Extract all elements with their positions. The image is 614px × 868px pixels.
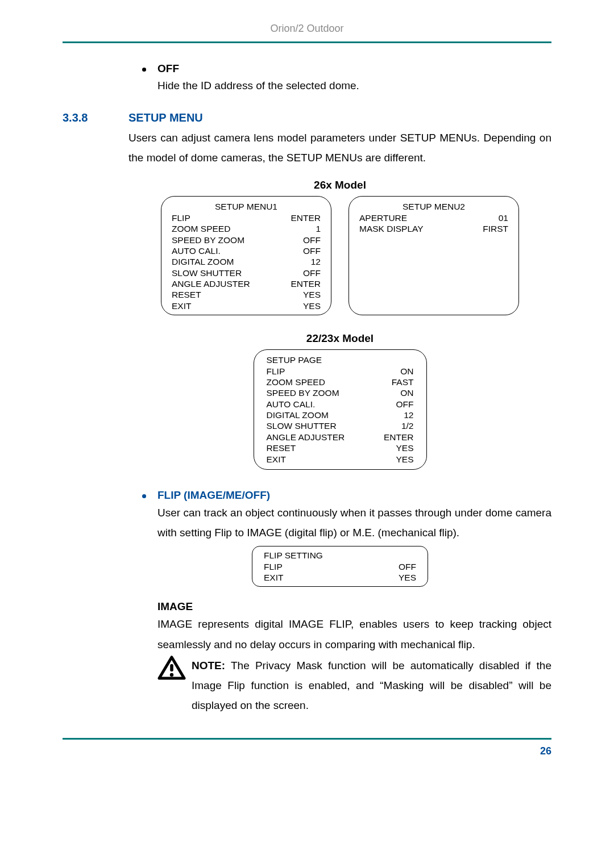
note-rest: The Privacy Mask function will be automa…: [192, 660, 551, 711]
note-text: NOTE: The Privacy Mask function will be …: [192, 656, 551, 715]
flip-setting-box: FLIP SETTING FLIPOFF EXITYES: [252, 546, 428, 587]
section-number: 3.3.8: [63, 111, 128, 124]
menu-line: MASK DISPLAYFIRST: [359, 223, 508, 234]
menu-line: AUTO CALI.OFF: [267, 399, 414, 410]
setup-menu2-box: SETUP MENU2 APERTURE01 MASK DISPLAYFIRST: [349, 196, 519, 315]
doc-header: Orion/2 Outdoor: [63, 23, 551, 35]
menu-line: DIGITAL ZOOM12: [172, 256, 321, 267]
section-title: SETUP MENU: [128, 111, 203, 124]
flip-setting-title: FLIP SETTING: [264, 550, 416, 561]
menu-line: AUTO CALI.OFF: [172, 245, 321, 256]
menu-line: APERTURE01: [359, 212, 508, 223]
setup-page-box: SETUP PAGE FLIPON ZOOM SPEEDFAST SPEED B…: [254, 349, 427, 470]
menu-line: EXITYES: [172, 301, 321, 311]
menu-line: SLOW SHUTTEROFF: [172, 268, 321, 278]
warning-icon: [157, 656, 186, 715]
bullet-icon: [142, 494, 146, 498]
model22-title: 22/23x Model: [128, 332, 551, 345]
menu-line: FLIPOFF: [264, 561, 416, 572]
image-subhead: IMAGE: [157, 600, 551, 613]
flip-label: FLIP (IMAGE/ME/OFF): [157, 489, 270, 502]
menu-line: FLIPENTER: [172, 212, 321, 223]
bullet-icon: [142, 68, 146, 72]
menu-line: FLIPON: [267, 366, 414, 377]
footer-divider: [63, 738, 551, 740]
menu-line: EXITYES: [267, 454, 414, 465]
menu-line: ANGLE ADJUSTERENTER: [172, 278, 321, 289]
menu-line: SPEED BY ZOOMOFF: [172, 235, 321, 245]
svg-rect-0: [170, 664, 173, 671]
flip-bullet-row: FLIP (IMAGE/ME/OFF): [142, 489, 551, 502]
section-body: Users can adjust camera lens model param…: [128, 128, 551, 168]
model26-title: 26x Model: [128, 179, 551, 191]
model26-menu-row: SETUP MENU1 FLIPENTER ZOOM SPEED1 SPEED …: [128, 196, 551, 315]
setup-menu1-title: SETUP MENU1: [172, 201, 321, 212]
svg-point-1: [170, 673, 173, 676]
section-header-row: 3.3.8 SETUP MENU: [63, 111, 551, 124]
menu-line: ANGLE ADJUSTERENTER: [267, 432, 414, 443]
menu-line: ZOOM SPEED1: [172, 223, 321, 234]
menu-line: ZOOM SPEEDFAST: [267, 377, 414, 387]
note-bold: NOTE:: [192, 660, 225, 671]
menu-line: RESETYES: [172, 289, 321, 300]
off-label: OFF: [157, 62, 179, 75]
off-bullet-row: OFF: [142, 62, 551, 75]
setup-menu2-title: SETUP MENU2: [359, 201, 508, 212]
menu-line: SPEED BY ZOOMON: [267, 387, 414, 398]
menu-line: EXITYES: [264, 572, 416, 583]
off-text: Hide the ID address of the selected dome…: [157, 76, 551, 95]
header-divider: [63, 41, 551, 43]
menu-line: SLOW SHUTTER1/2: [267, 420, 414, 431]
menu-line: DIGITAL ZOOM12: [267, 410, 414, 420]
page-number: 26: [63, 745, 551, 757]
note-row: NOTE: The Privacy Mask function will be …: [157, 656, 551, 715]
setup-menu1-box: SETUP MENU1 FLIPENTER ZOOM SPEED1 SPEED …: [161, 196, 331, 315]
image-body: IMAGE represents digital IMAGE FLIP, ena…: [157, 614, 551, 654]
setup-page-title: SETUP PAGE: [267, 354, 414, 365]
menu-line: RESETYES: [267, 443, 414, 453]
flip-body: User can track an object continuously wh…: [157, 503, 551, 542]
